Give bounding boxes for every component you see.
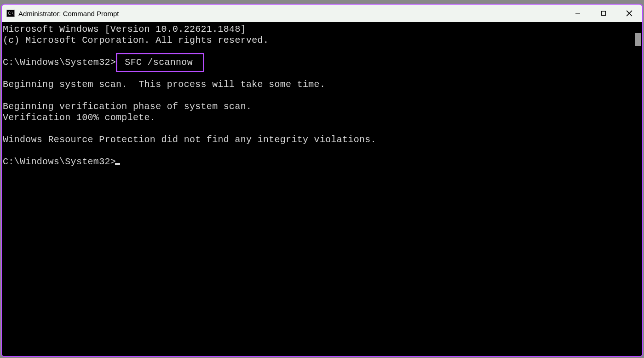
command-text: SFC /scannow (119, 57, 198, 68)
cursor (115, 163, 120, 165)
terminal-output[interactable]: Microsoft Windows [Version 10.0.22621.18… (2, 22, 634, 356)
close-button[interactable] (616, 5, 642, 22)
command-prompt-window: C:\ Administrator: Command Prompt Micros… (1, 4, 643, 357)
highlighted-command: SFC /scannow (116, 53, 204, 72)
prompt-path-2: C:\Windows\System32> (3, 156, 116, 167)
titlebar[interactable]: C:\ Administrator: Command Prompt (2, 5, 642, 22)
copyright-line: (c) Microsoft Corporation. All rights re… (3, 35, 269, 46)
cmd-icon: C:\ (6, 10, 15, 17)
verify-done-line: Verification 100% complete. (3, 112, 155, 123)
prompt-path: C:\Windows\System32> (3, 57, 116, 68)
version-line: Microsoft Windows [Version 10.0.22621.18… (3, 24, 246, 35)
scan-begin-line: Beginning system scan. This process will… (3, 79, 325, 90)
window-controls (565, 5, 642, 22)
scrollbar-thumb[interactable] (635, 33, 641, 46)
scrollbar-track[interactable] (634, 22, 642, 356)
svg-rect-1 (602, 12, 606, 16)
result-line: Windows Resource Protection did not find… (3, 134, 376, 145)
minimize-button[interactable] (565, 5, 591, 22)
maximize-button[interactable] (591, 5, 616, 22)
terminal-area: Microsoft Windows [Version 10.0.22621.18… (2, 22, 642, 356)
verify-begin-line: Beginning verification phase of system s… (3, 101, 252, 112)
window-title: Administrator: Command Prompt (18, 10, 565, 17)
